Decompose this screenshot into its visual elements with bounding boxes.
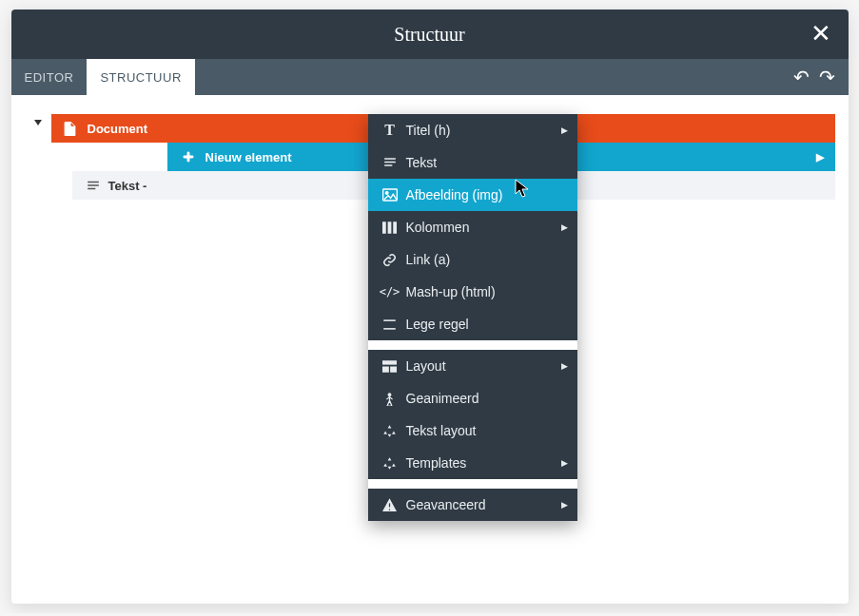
- svg-point-16: [388, 393, 392, 396]
- menu-item-tekst-layout-label: Tekst layout: [406, 423, 477, 438]
- svg-rect-13: [382, 360, 397, 364]
- menu-separator: [368, 340, 577, 350]
- menu-item-titel[interactable]: T Titel (h) ▶: [368, 114, 577, 146]
- content-area: Document Nieuw element ▶ Tekst -: [11, 95, 849, 604]
- titlebar-title: Structuur: [394, 24, 464, 46]
- svg-rect-15: [390, 366, 397, 372]
- menu-item-geavanceerd[interactable]: Geavanceerd ▶: [368, 489, 577, 521]
- text-lines-icon: [380, 157, 400, 168]
- image-icon: [380, 188, 400, 202]
- menu-item-kolommen-label: Kolommen: [406, 220, 470, 235]
- type-icon: T: [380, 122, 400, 139]
- menu-item-afbeelding-label: Afbeelding (img): [406, 187, 503, 202]
- tree-collapse-icon[interactable]: [34, 120, 42, 125]
- tree-row-tekst-label: Tekst -: [108, 179, 147, 193]
- redo-icon[interactable]: ↷: [819, 67, 835, 87]
- menu-item-templates[interactable]: Templates ▶: [368, 447, 577, 479]
- menu-separator: [368, 479, 577, 489]
- tab-editor-label: EDITOR: [25, 70, 74, 85]
- tab-structuur-label: STRUCTUUR: [100, 70, 181, 85]
- menu-item-tekst-label: Tekst: [406, 155, 438, 170]
- recycle-icon: [380, 456, 400, 471]
- tab-structuur[interactable]: STRUCTUUR: [87, 59, 194, 95]
- recycle-icon: [380, 424, 400, 438]
- menu-item-templates-label: Templates: [406, 455, 467, 471]
- warning-icon: [380, 498, 400, 511]
- document-icon: [61, 122, 80, 136]
- svg-rect-10: [393, 221, 397, 234]
- modal-window: Structuur ✕ EDITOR STRUCTUUR ↶ ↷ Documen…: [11, 10, 849, 604]
- menu-item-mashup-label: Mash-up (html): [406, 284, 496, 299]
- animation-icon: [380, 392, 400, 406]
- chevron-right-icon: ▶: [561, 222, 568, 232]
- columns-icon: [380, 221, 400, 234]
- code-icon: </>: [380, 285, 400, 298]
- link-icon: [380, 253, 400, 267]
- menu-item-geanimeerd[interactable]: Geanimeerd: [368, 382, 577, 414]
- tree-row-nieuw-element-label: Nieuw element: [205, 150, 292, 164]
- titlebar: Structuur ✕: [11, 10, 849, 59]
- chevron-right-icon: ▶: [816, 151, 824, 164]
- menu-item-afbeelding[interactable]: Afbeelding (img): [368, 179, 577, 211]
- plus-icon: [179, 150, 198, 164]
- menu-item-tekst[interactable]: Tekst: [368, 146, 577, 179]
- tabbar-actions: ↶ ↷: [793, 67, 835, 87]
- tree-row-document-label: Document: [88, 122, 148, 136]
- chevron-right-icon: ▶: [561, 125, 568, 135]
- chevron-right-icon: ▶: [561, 458, 568, 468]
- menu-item-layout[interactable]: Layout ▶: [368, 350, 577, 382]
- menu-item-lege-regel-label: Lege regel: [406, 317, 469, 332]
- context-menu: T Titel (h) ▶ Tekst Afbeelding (im: [368, 114, 577, 521]
- menu-item-lege-regel[interactable]: Lege regel: [368, 308, 577, 340]
- spacer-icon: [380, 318, 400, 331]
- close-icon[interactable]: ✕: [810, 22, 831, 47]
- tab-editor[interactable]: EDITOR: [11, 59, 88, 95]
- tabbar: EDITOR STRUCTUUR ↶ ↷: [11, 59, 849, 95]
- menu-item-tekst-layout[interactable]: Tekst layout: [368, 414, 577, 447]
- svg-rect-9: [388, 221, 392, 234]
- chevron-right-icon: ▶: [561, 361, 568, 371]
- chevron-right-icon: ▶: [561, 500, 568, 510]
- layout-icon: [380, 360, 400, 373]
- svg-point-7: [385, 192, 388, 195]
- svg-rect-8: [382, 221, 386, 234]
- text-lines-icon: [84, 180, 103, 192]
- undo-icon[interactable]: ↶: [793, 67, 810, 87]
- menu-item-link[interactable]: Link (a): [368, 243, 577, 276]
- svg-rect-14: [382, 366, 389, 372]
- menu-item-titel-label: Titel (h): [406, 123, 451, 138]
- menu-item-layout-label: Layout: [406, 358, 446, 374]
- menu-item-geavanceerd-label: Geavanceerd: [406, 497, 486, 512]
- menu-item-geanimeerd-label: Geanimeerd: [406, 391, 479, 406]
- menu-item-link-label: Link (a): [406, 252, 451, 267]
- menu-item-mashup[interactable]: </> Mash-up (html): [368, 276, 577, 308]
- menu-item-kolommen[interactable]: Kolommen ▶: [368, 211, 577, 243]
